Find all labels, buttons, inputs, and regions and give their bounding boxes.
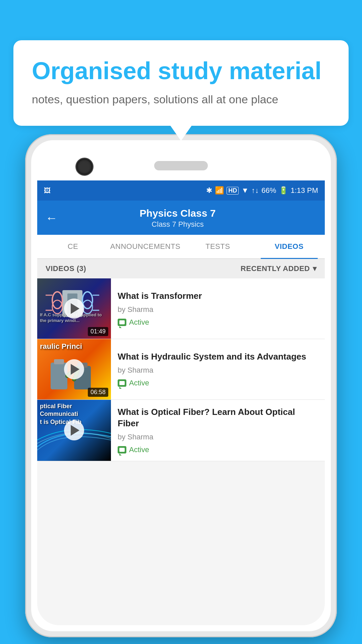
video-item[interactable]: If A.C supply (V₁) is applied to the pri… [37,278,325,339]
thumbnail-overlay-text-2: raulic Princi [40,342,108,352]
status-label-3: Active [129,445,149,454]
screen-content: 🖼 ✱ 📶 HD ▼ ↑↓ 66% 🔋 1:13 PM ← Physics Cl… [37,180,325,625]
status-left: 🖼 [44,187,51,195]
status-label-1: Active [129,318,149,327]
phone-speaker [154,161,208,170]
status-label-2: Active [129,379,149,387]
video-info-2: What is Hydraulic System and its Advanta… [111,339,325,399]
bubble-title: Organised study material [32,57,330,85]
chat-icon-3 [118,446,126,453]
play-button-1[interactable] [64,299,84,319]
video-title-1: What is Transformer [118,290,318,302]
video-title-3: What is Optical Fiber? Learn About Optic… [118,407,318,429]
video-author-3: by Sharma [118,433,318,441]
duration-badge-1: 01:49 [88,327,108,336]
bubble-subtitle: notes, question papers, solutions all at… [32,92,330,108]
header-main-title: Physics Class 7 [64,207,291,219]
notification-icon: 🖼 [44,187,51,195]
status-right: ✱ 📶 HD ▼ ↑↓ 66% 🔋 1:13 PM [206,186,318,195]
svg-rect-10 [119,320,125,324]
duration-badge-2: 06:58 [88,388,108,397]
chat-svg-2 [119,381,125,385]
play-icon-1 [71,303,79,314]
bluetooth-icon: ✱ [206,186,212,195]
speech-bubble-container: Organised study material notes, question… [13,40,349,126]
status-bar: 🖼 ✱ 📶 HD ▼ ↑↓ 66% 🔋 1:13 PM [37,180,325,201]
video-author-1: by Sharma [118,305,318,314]
play-button-3[interactable] [64,420,84,440]
svg-rect-17 [119,448,125,452]
video-thumbnail-3: ptical Fiber Communicatit is Optical Fib [37,400,111,461]
signal-icon: 📶 [215,186,224,195]
video-title-2: What is Hydraulic System and its Advanta… [118,351,318,363]
phone-frame: 🖼 ✱ 📶 HD ▼ ↑↓ 66% 🔋 1:13 PM ← Physics Cl… [25,134,337,637]
tab-videos[interactable]: VIDEOS [253,235,325,258]
phone-camera [76,159,93,175]
play-button-2[interactable] [64,359,84,379]
chat-svg-1 [119,320,125,324]
tab-announcements[interactable]: ANNOUNCEMENTS [109,235,182,258]
side-button [336,235,337,262]
tab-tests[interactable]: TESTS [182,235,253,258]
wifi-icon: ▼ [241,186,249,195]
speech-bubble: Organised study material notes, question… [13,40,349,126]
video-author-2: by Sharma [118,366,318,375]
play-icon-2 [71,364,79,375]
tab-ce[interactable]: CE [37,235,109,258]
header-subtitle: Class 7 Physics [64,220,291,229]
sort-button[interactable]: RECENTLY ADDED ▾ [241,264,316,273]
video-item-2[interactable]: raulic Princi [37,339,325,400]
play-icon-3 [71,425,79,436]
sort-label: RECENTLY ADDED [241,264,310,273]
video-thumbnail-1: If A.C supply (V₁) is applied to the pri… [37,278,111,339]
video-status-3: Active [118,445,318,454]
svg-rect-16 [119,381,125,385]
clock: 1:13 PM [291,186,318,195]
video-thumbnail-2: raulic Princi [37,339,111,399]
phone-inner: 🖼 ✱ 📶 HD ▼ ↑↓ 66% 🔋 1:13 PM ← Physics Cl… [31,140,331,631]
header-title-block: Physics Class 7 Class 7 Physics [64,207,291,229]
tabs-container: CE ANNOUNCEMENTS TESTS VIDEOS [37,235,325,259]
video-count-label: VIDEOS (3) [46,264,86,273]
back-button[interactable]: ← [46,212,58,224]
app-header: ← Physics Class 7 Class 7 Physics [37,201,325,235]
hd-badge: HD [227,187,239,195]
video-info-1: What is Transformer by Sharma Active [111,278,325,339]
battery-icon: 🔋 [279,186,288,195]
chat-icon-1 [118,319,126,326]
video-item-3[interactable]: ptical Fiber Communicatit is Optical Fib… [37,400,325,461]
video-status-2: Active [118,379,318,387]
svg-rect-13 [54,359,64,364]
video-status-1: Active [118,318,318,327]
video-info-3: What is Optical Fiber? Learn About Optic… [111,400,325,461]
chat-svg-3 [119,448,125,452]
cellular-icon: ↑↓ [251,186,259,195]
battery-percent: 66% [261,186,276,195]
list-header: VIDEOS (3) RECENTLY ADDED ▾ [37,259,325,278]
chat-icon-2 [118,379,126,387]
chevron-down-icon: ▾ [313,264,317,273]
